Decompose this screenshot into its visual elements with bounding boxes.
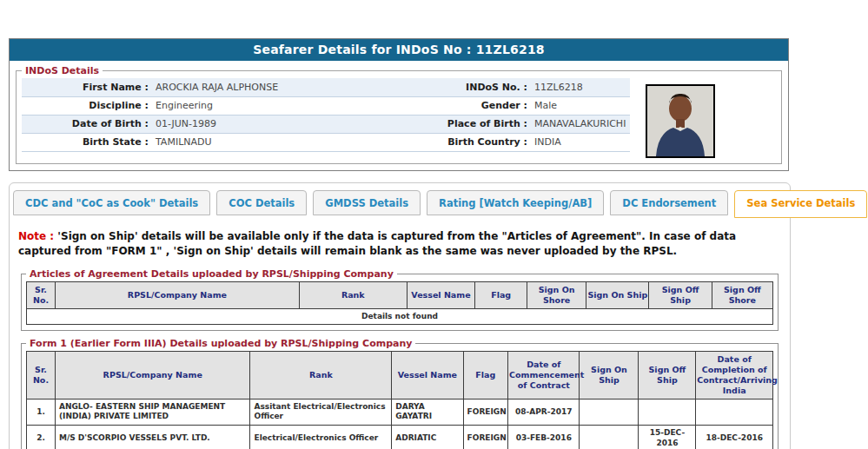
aoa-col-sr-no: Sr. No. xyxy=(27,281,56,308)
tab-gmdss-details[interactable]: GMDSS Details xyxy=(313,190,421,215)
date-of-birth-label: Date of Birth : xyxy=(22,115,152,133)
form1-col-sign-on-ship: Sign On Ship xyxy=(580,352,639,399)
table-header-row: Sr. No. RPSL/Company Name Rank Vessel Na… xyxy=(27,281,773,308)
form1-legend: Form 1 (Earlier Form IIIA) Details uploa… xyxy=(26,338,415,349)
form1-col-rank: Rank xyxy=(250,352,392,399)
company-cell: ANGLO- EASTERN SHIP MANAGEMENT (INDIA) P… xyxy=(55,399,250,425)
form1-fieldset: Form 1 (Earlier Form IIIA) Details uploa… xyxy=(21,338,779,449)
place-of-birth-label: Place of Birth : xyxy=(394,115,531,133)
aoa-col-sign-on-ship: Sign On Ship xyxy=(586,281,649,308)
table-row: Discipline : Engineering Gender : Male xyxy=(22,96,630,115)
place-of-birth-value: MANAVALAKURICHI xyxy=(531,115,630,133)
table-row: Details not found xyxy=(27,308,773,325)
form1-col-flag: Flag xyxy=(463,352,507,399)
form1-table: Sr. No. RPSL/Company Name Rank Vessel Na… xyxy=(26,351,773,449)
aoa-col-company: RPSL/Company Name xyxy=(56,281,300,308)
date-commencement-cell: 08-APR-2017 xyxy=(508,399,580,425)
birth-state-value: TAMILNADU xyxy=(152,133,394,151)
aoa-fieldset: Articles of Agreement Details uploaded b… xyxy=(21,268,779,331)
discipline-label: Discipline : xyxy=(22,96,152,115)
aoa-col-rank: Rank xyxy=(299,281,407,308)
aoa-col-sign-on-shore: Sign On Shore xyxy=(527,281,586,308)
first-name-value: AROCKIA RAJA ALPHONSE xyxy=(152,78,394,96)
aoa-table: Sr. No. RPSL/Company Name Rank Vessel Na… xyxy=(26,281,773,325)
tab-coc-details[interactable]: COC Details xyxy=(216,190,307,215)
indos-details-table: First Name : AROCKIA RAJA ALPHONSE INDoS… xyxy=(22,78,630,152)
first-name-label: First Name : xyxy=(22,78,152,96)
tab-panel: CDC and "CoC as Cook" Details COC Detail… xyxy=(9,182,791,449)
table-row: Birth State : TAMILNADU Birth Country : … xyxy=(22,133,630,151)
aoa-col-sign-off-ship: Sign Off Ship xyxy=(649,281,712,308)
table-row: 1. ANGLO- EASTERN SHIP MANAGEMENT (INDIA… xyxy=(27,399,773,425)
birth-state-label: Birth State : xyxy=(22,133,152,151)
sign-on-ship-cell xyxy=(580,426,639,449)
form1-col-company: RPSL/Company Name xyxy=(55,352,250,399)
vessel-cell: ADRIATIC xyxy=(392,426,463,449)
table-row: 2. M/S D'SCORPIO VESSELS PVT. LTD. Elect… xyxy=(27,426,773,449)
seafarer-photo-image xyxy=(647,86,713,156)
sign-on-ship-cell xyxy=(580,399,639,425)
company-cell: M/S D'SCORPIO VESSELS PVT. LTD. xyxy=(55,426,250,449)
tab-rating-watch-keeping-ab[interactable]: Rating [Watch Keeping/AB] xyxy=(427,190,604,215)
flag-cell: FOREIGN xyxy=(463,399,507,425)
sign-off-ship-cell xyxy=(639,399,696,425)
tab-cdc-coc-as-cook-details[interactable]: CDC and "CoC as Cook" Details xyxy=(13,190,210,215)
date-of-birth-value: 01-JUN-1989 xyxy=(152,115,394,133)
aoa-col-sign-off-shore: Sign Off Shore xyxy=(712,281,772,308)
indos-details-fieldset: INDoS Details First Name : AROCKIA RAJA … xyxy=(16,65,782,164)
birth-country-label: Birth Country : xyxy=(394,133,531,151)
seafarer-photo xyxy=(646,84,715,158)
date-commencement-cell: 03-FEB-2016 xyxy=(508,426,580,449)
note-text: 'Sign on Ship' details will be available… xyxy=(18,230,736,257)
seafarer-details-panel: Seafarer Details for INDoS No : 11ZL6218… xyxy=(9,38,789,171)
form1-col-sign-off-ship: Sign Off Ship xyxy=(639,352,696,399)
table-header-row: Sr. No. RPSL/Company Name Rank Vessel Na… xyxy=(27,352,773,399)
vessel-cell: DARYA GAYATRI xyxy=(392,399,463,425)
table-row: First Name : AROCKIA RAJA ALPHONSE INDoS… xyxy=(22,78,630,96)
sr-no-cell: 1. xyxy=(27,399,56,425)
page-title: Seafarer Details for INDoS No : 11ZL6218 xyxy=(10,39,788,61)
discipline-value: Engineering xyxy=(152,96,394,115)
gender-label: Gender : xyxy=(394,96,531,115)
indos-no-value: 11ZL6218 xyxy=(531,78,630,96)
note: Note : 'Sign on Ship' details will be av… xyxy=(18,229,781,260)
indos-details-legend: INDoS Details xyxy=(22,65,103,76)
form1-col-date-commencement: Date of Commencement of Contract xyxy=(508,352,580,399)
birth-country-value: INDIA xyxy=(531,133,630,151)
rank-cell: Electrical/Electronics Officer xyxy=(250,426,392,449)
tab-dc-endorsement[interactable]: DC Endorsement xyxy=(610,190,728,215)
table-row: Date of Birth : 01-JUN-1989 Place of Bir… xyxy=(22,115,630,133)
gender-value: Male xyxy=(531,96,630,115)
form1-col-vessel: Vessel Name xyxy=(392,352,463,399)
indos-no-label: INDoS No. : xyxy=(394,78,531,96)
note-label: Note : xyxy=(18,230,54,242)
details-not-found-message: Details not found xyxy=(27,308,773,325)
rank-cell: Assitant Electrical/Electronics Officer xyxy=(250,399,392,425)
form1-col-sr-no: Sr. No. xyxy=(27,352,56,399)
sr-no-cell: 2. xyxy=(27,426,56,449)
tab-sea-service-details[interactable]: Sea Service Details xyxy=(734,190,867,218)
tab-bar: CDC and "CoC as Cook" Details COC Detail… xyxy=(10,183,790,215)
aoa-legend: Articles of Agreement Details uploaded b… xyxy=(26,268,397,280)
date-completion-cell xyxy=(696,399,773,425)
sign-off-ship-cell: 15-DEC-2016 xyxy=(639,426,696,449)
aoa-col-flag: Flag xyxy=(475,281,527,308)
form1-col-date-completion: Date of Completion of Contract/Arriving … xyxy=(696,352,773,399)
date-completion-cell: 18-DEC-2016 xyxy=(696,426,773,449)
flag-cell: FOREIGN xyxy=(463,426,507,449)
aoa-col-vessel: Vessel Name xyxy=(407,281,474,308)
